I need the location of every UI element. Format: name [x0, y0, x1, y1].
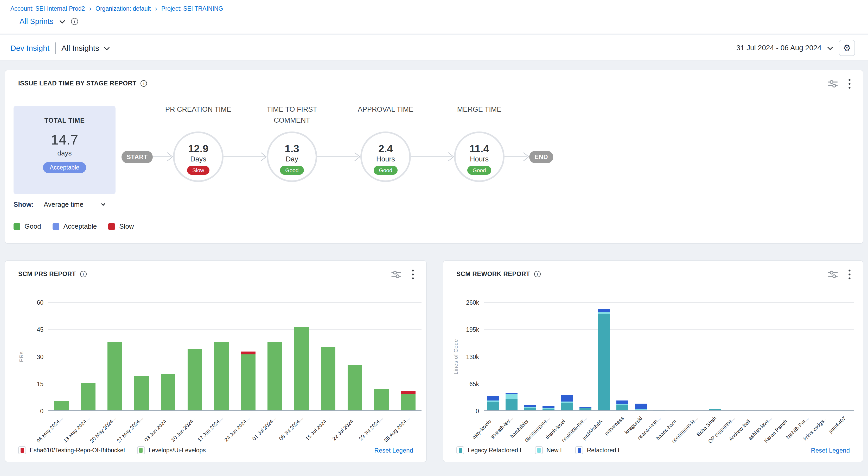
legend-swatch [137, 446, 145, 454]
bar-segment[interactable] [81, 383, 95, 410]
bar-segment[interactable] [598, 312, 610, 314]
bar-segment[interactable] [598, 314, 610, 410]
bar-segment[interactable] [268, 341, 282, 410]
settings-button[interactable]: ⚙ [839, 40, 855, 56]
legend-swatch-acceptable [53, 223, 59, 230]
insight-header: Dev Insight All Insights 31 Jul 2024 - 0… [0, 35, 868, 60]
reset-legend-link[interactable]: Reset Legend [374, 447, 413, 454]
kebab-menu-icon[interactable] [848, 269, 851, 280]
bar-segment[interactable] [580, 407, 591, 408]
breadcrumb-project[interactable]: Project: SEI TRAINING [161, 5, 223, 12]
bar-segment[interactable] [348, 365, 362, 410]
bar-segment[interactable] [561, 401, 573, 403]
gridline [48, 329, 422, 330]
legend-item[interactable]: Esha610/Testing-Repo-Of-Bitbucket [18, 446, 125, 454]
bar-segment[interactable] [487, 400, 499, 402]
y-tick-label: 60 [17, 299, 43, 306]
stage-value: 1.3 [268, 143, 316, 155]
legend-item[interactable]: Legacy Refactored L [456, 446, 523, 454]
chevron-down-icon[interactable] [828, 44, 833, 50]
legend-label: Levelops/Ui-Levelops [149, 447, 206, 454]
bar-segment[interactable] [616, 405, 628, 411]
header-actions: 31 Jul 2024 - 06 Aug 2024 ⚙ [736, 40, 855, 56]
info-icon[interactable]: i [534, 271, 541, 277]
stage-rating-badge: Good [374, 166, 397, 175]
gridline [484, 329, 854, 330]
legend-item[interactable]: New L [535, 446, 563, 454]
bar-segment[interactable] [241, 354, 255, 411]
issue-lead-time-panel: ISSUE LEAD TIME BY STAGE REPORT i TOTAL … [5, 70, 863, 244]
bar-segment[interactable] [401, 391, 415, 394]
bar-segment[interactable] [524, 408, 536, 410]
insights-dropdown[interactable]: All Insights [61, 44, 99, 53]
bar-segment[interactable] [580, 408, 591, 410]
bar-segment[interactable] [161, 374, 175, 410]
bar-segment[interactable] [524, 405, 536, 407]
stage-circle-pr-creation[interactable]: 12.9 Days Slow [173, 131, 223, 182]
bar-segment[interactable] [653, 410, 665, 410]
bar-segment[interactable] [561, 395, 573, 402]
bar-segment[interactable] [214, 341, 229, 410]
bar-segment[interactable] [401, 394, 415, 411]
panel-title: SCM REWORK REPORT [456, 270, 530, 277]
reset-legend-link[interactable]: Reset Legend [811, 447, 850, 454]
insight-name-link[interactable]: Dev Insight [10, 44, 50, 53]
stage-circle-merge[interactable]: 11.4 Hours Good [454, 131, 504, 182]
stage-circle-first-comment[interactable]: 1.3 Day Good [267, 131, 317, 182]
sprint-selector[interactable]: All Sprints i [20, 17, 78, 26]
legend-item[interactable]: Refactored L [575, 446, 621, 454]
bar-segment[interactable] [635, 409, 647, 410]
sprint-selector-label[interactable]: All Sprints [20, 17, 54, 26]
info-icon[interactable]: i [71, 18, 78, 25]
chart-legend: Esha610/Testing-Repo-Of-BitbucketLevelop… [18, 446, 206, 454]
bar-segment[interactable] [321, 347, 335, 410]
y-tick-label: 130k [452, 354, 479, 361]
bar-segment[interactable] [505, 393, 518, 394]
bar-segment[interactable] [598, 309, 610, 312]
chevron-down-icon[interactable] [104, 45, 110, 50]
bar-segment[interactable] [374, 389, 389, 410]
bar-segment[interactable] [107, 341, 122, 410]
bar-segment[interactable] [616, 400, 628, 404]
bar-segment[interactable] [188, 349, 202, 410]
stage-unit: Hours [362, 155, 409, 163]
date-range-selector[interactable]: 31 Jul 2024 - 06 Aug 2024 [736, 44, 822, 52]
bar-segment[interactable] [635, 404, 647, 409]
bar-segment[interactable] [487, 396, 499, 400]
chevron-down-icon[interactable] [59, 18, 65, 24]
stage-circle-approval[interactable]: 2.4 Hours Good [360, 131, 411, 182]
bar-segment[interactable] [561, 403, 573, 410]
bar-segment[interactable] [294, 327, 309, 410]
bar-segment[interactable] [709, 409, 721, 410]
stage-label-first-comment: TIME TO FIRST COMMENT [253, 104, 331, 126]
breadcrumb-organization[interactable]: Organization: default [95, 5, 151, 12]
bar-segment[interactable] [54, 401, 69, 410]
bar-segment[interactable] [241, 352, 255, 354]
bar-segment[interactable] [134, 376, 149, 410]
legend-swatch [535, 446, 543, 454]
bar-segment[interactable] [487, 402, 499, 410]
prs-chart-plot: 01530456006 May 2024...13 May 2024...20 … [48, 303, 422, 411]
kebab-menu-icon[interactable] [412, 269, 414, 280]
gridline [484, 357, 854, 357]
legend-item[interactable]: Levelops/Ui-Levelops [137, 446, 206, 454]
info-icon[interactable]: i [80, 271, 87, 277]
bar-segment[interactable] [542, 406, 555, 408]
bar-segment[interactable] [524, 407, 536, 408]
rating-legend: Good Acceptable Slow [13, 222, 134, 231]
kebab-menu-icon[interactable] [848, 79, 851, 89]
breadcrumb-separator-icon: › [155, 6, 157, 12]
panel-title: ISSUE LEAD TIME BY STAGE REPORT [18, 80, 136, 87]
bar-segment[interactable] [505, 394, 518, 399]
show-metric-dropdown[interactable]: Show: Average time [13, 201, 104, 209]
bar-segment[interactable] [542, 409, 555, 410]
widget-filters-icon[interactable] [828, 79, 838, 89]
insight-nav: Dev Insight All Insights [10, 42, 109, 54]
widget-filters-icon[interactable] [391, 270, 402, 279]
chevron-down-icon [101, 202, 105, 206]
bar-segment[interactable] [505, 399, 518, 410]
info-icon[interactable]: i [141, 80, 147, 87]
widget-filters-icon[interactable] [828, 270, 838, 279]
y-tick-label: 195k [452, 326, 479, 333]
breadcrumb-account[interactable]: Account: SEI-Internal-Prod2 [10, 5, 85, 12]
